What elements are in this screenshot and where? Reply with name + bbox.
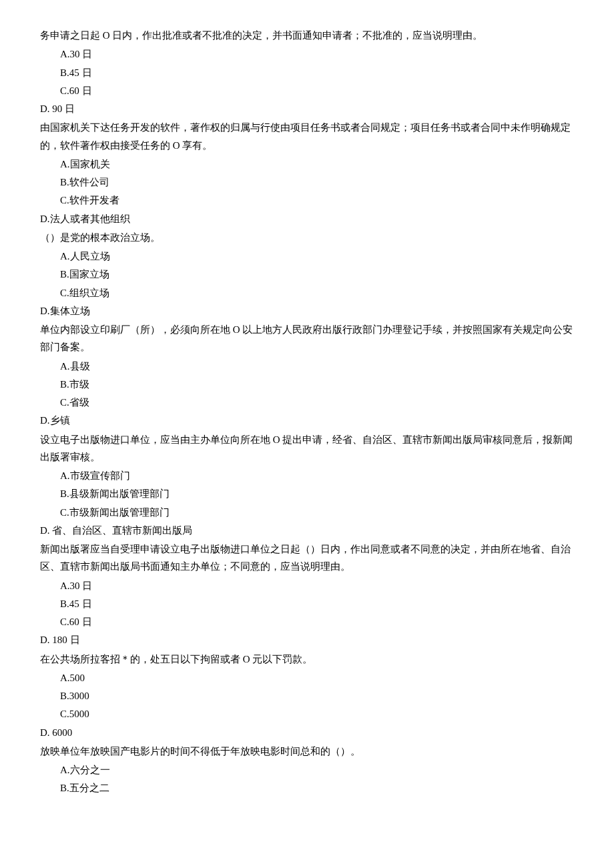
question-6-option-c: C.60 日 bbox=[40, 613, 574, 630]
question-5-option-b: B.县级新闻出版管理部门 bbox=[40, 485, 574, 502]
question-3-option-b: B.国家立场 bbox=[40, 266, 574, 283]
question-5-text: 设立电子出版物进口单位，应当由主办单位向所在地 O 提出申请，经省、自治区、直辖… bbox=[40, 431, 574, 466]
question-7-option-d: D. 6000 bbox=[40, 724, 574, 741]
question-6-option-b: B.45 日 bbox=[40, 595, 574, 612]
question-2-option-b: B.软件公司 bbox=[40, 173, 574, 191]
question-4-option-c: C.省级 bbox=[40, 394, 574, 411]
question-4-option-d: D.乡镇 bbox=[40, 412, 574, 429]
question-8-option-a: A.六分之一 bbox=[40, 761, 574, 779]
question-7-text: 在公共场所拉客招＊的，处五日以下拘留或者 O 元以下罚款。 bbox=[40, 650, 574, 668]
question-6-text: 新闻出版署应当自受理申请设立电子出版物进口单位之日起（）日内，作出同意或者不同意… bbox=[40, 540, 574, 576]
question-7-option-b: B.3000 bbox=[40, 687, 574, 705]
question-5-option-a: A.市级宣传部门 bbox=[40, 467, 574, 484]
question-2-text: 由国家机关下达任务开发的软件，著作权的归属与行使由项目任务书或者合同规定；项目任… bbox=[40, 119, 574, 154]
question-1-option-b: B.45 日 bbox=[40, 64, 574, 81]
question-4-text: 单位内部设立印刷厂（所），必须向所在地 O 以上地方人民政府出版行政部门办理登记… bbox=[40, 321, 574, 356]
question-1-continuation: 务申请之日起 O 日内，作出批准或者不批准的决定，并书面通知申请者；不批准的，应… bbox=[40, 27, 574, 44]
question-1-option-c: C.60 日 bbox=[40, 82, 574, 99]
question-5-option-d: D. 省、自治区、直辖市新闻出版局 bbox=[40, 522, 574, 539]
question-2-option-a: A.国家机关 bbox=[40, 155, 574, 173]
question-8-option-b: B.五分之二 bbox=[40, 779, 574, 797]
question-8-text: 放映单位年放映国产电影片的时间不得低于年放映电影时间总和的（）。 bbox=[40, 743, 574, 760]
question-5-option-c: C.市级新闻出版管理部门 bbox=[40, 504, 574, 521]
question-1-option-d: D. 90 日 bbox=[40, 100, 574, 117]
question-4-option-a: A.县级 bbox=[40, 358, 574, 375]
question-4-option-b: B.市级 bbox=[40, 376, 574, 393]
question-3-option-c: C.组织立场 bbox=[40, 284, 574, 302]
question-7-option-c: C.5000 bbox=[40, 705, 574, 723]
question-7-option-a: A.500 bbox=[40, 669, 574, 687]
question-1-option-a: A.30 日 bbox=[40, 45, 574, 63]
question-3-text: （）是党的根本政治立场。 bbox=[40, 229, 574, 246]
question-3-option-d: D.集体立场 bbox=[40, 302, 574, 320]
question-2-option-d: D.法人或者其他组织 bbox=[40, 210, 574, 228]
question-3-option-a: A.人民立场 bbox=[40, 248, 574, 265]
question-6-option-d: D. 180 日 bbox=[40, 631, 574, 648]
question-2-option-c: C.软件开发者 bbox=[40, 191, 574, 209]
question-6-option-a: A.30 日 bbox=[40, 577, 574, 594]
